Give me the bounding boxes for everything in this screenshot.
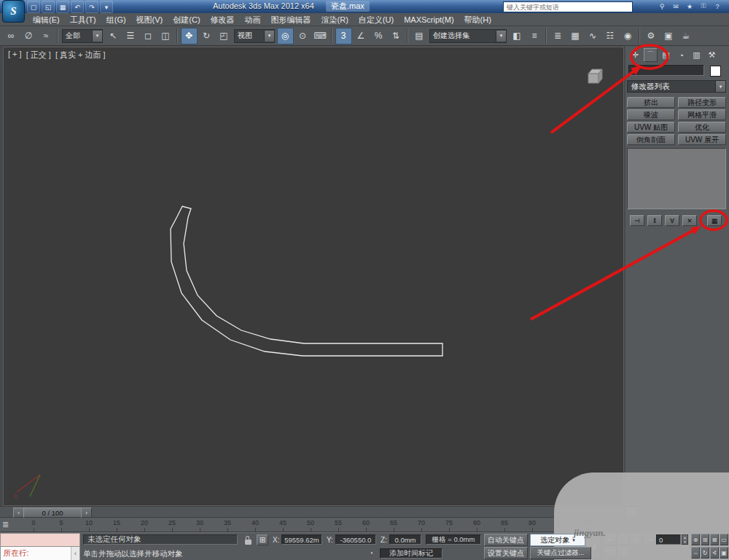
redo-icon[interactable]: ↷ — [85, 1, 98, 13]
menu-item-4[interactable]: 创建(C) — [168, 13, 205, 26]
search-input[interactable] — [503, 1, 633, 12]
maxscript-listener-row[interactable]: 所在行: ‹ — [0, 547, 80, 560]
menu-item-5[interactable]: 修改器 — [206, 13, 240, 26]
open-file-icon[interactable]: ◱ — [42, 1, 55, 13]
sign-in-icon[interactable]: ⚿ — [698, 1, 709, 12]
menu-item-1[interactable]: 工具(T) — [65, 13, 101, 26]
modifier-stack-list[interactable] — [627, 148, 726, 209]
pin-stack-button[interactable]: ⊣ — [630, 215, 644, 226]
render-setup-icon[interactable]: ⚙ — [643, 28, 660, 44]
menu-item-2[interactable]: 组(G) — [101, 13, 131, 26]
modifier-preset-button[interactable]: 噪波 — [627, 109, 675, 120]
current-frame-field[interactable]: 0 — [656, 534, 681, 545]
curve-editor-icon[interactable]: ∿ — [585, 28, 601, 44]
zoom-region-icon[interactable]: ▭ — [720, 534, 728, 545]
keyboard-shortcut-override-icon[interactable]: ⌨ — [312, 28, 329, 44]
schematic-view-icon[interactable]: ☷ — [602, 28, 619, 44]
zoom-all-icon[interactable]: ⊞ — [701, 534, 709, 545]
menu-item-3[interactable]: 视图(V) — [131, 13, 168, 26]
undo-icon[interactable]: ↶ — [71, 1, 84, 13]
select-object-icon[interactable]: ↖ — [105, 28, 122, 44]
motion-tab-icon[interactable]: ◔ — [674, 48, 688, 62]
zoom-extents-icon[interactable]: ⊠ — [710, 534, 719, 545]
chevron-left-icon[interactable]: ‹ — [71, 547, 79, 560]
select-and-manipulate-icon[interactable]: ⊙ — [295, 28, 311, 44]
use-pivot-center-icon[interactable]: ◎ — [277, 28, 294, 44]
create-tab-icon[interactable]: ✛ — [628, 48, 642, 62]
maximize-viewport-toggle-icon[interactable]: ▣ — [720, 547, 728, 559]
viewport-pov-menu[interactable]: [ 正交 ] — [26, 50, 51, 61]
percent-snap-icon[interactable]: % — [370, 28, 387, 44]
show-end-result-button[interactable]: ‖ — [647, 215, 662, 226]
named-selection-dropdown[interactable]: 创建选择集▾ — [429, 29, 507, 43]
modify-tab-icon[interactable]: ⌒ — [644, 48, 658, 62]
modifier-preset-button[interactable]: 优化 — [678, 122, 726, 133]
menu-item-9[interactable]: 自定义(U) — [354, 13, 399, 26]
configure-modifier-sets-button[interactable]: ▦ — [707, 215, 722, 226]
viewport-general-menu[interactable]: [ + ] — [8, 50, 22, 61]
key-filters-button[interactable]: 关键点过滤器... — [530, 547, 591, 559]
modifier-preset-button[interactable]: 网格平滑 — [678, 109, 726, 120]
modifier-list-dropdown[interactable]: 修改器列表 ▾ — [627, 80, 726, 93]
display-tab-icon[interactable]: ▥ — [690, 48, 703, 62]
unlink-selection-icon[interactable]: ∅ — [20, 28, 37, 44]
selection-lock-icon[interactable] — [245, 540, 252, 545]
window-crossing-icon[interactable]: ◫ — [157, 28, 174, 44]
viewport[interactable]: [ + ] [ 正交 ] [ 真实 + 边面 ] x — [3, 47, 624, 506]
material-editor-icon[interactable]: ◉ — [620, 28, 636, 44]
menu-item-11[interactable]: 帮助(H) — [459, 13, 496, 26]
x-coordinate-field[interactable]: 59559.62m — [281, 534, 322, 545]
orbit-icon[interactable]: ↻ — [701, 547, 709, 559]
plate-profile-spline[interactable] — [171, 206, 443, 356]
menu-item-10[interactable]: MAXScript(M) — [399, 13, 459, 26]
rendered-frame-icon[interactable]: ▣ — [660, 28, 677, 44]
modifier-preset-button[interactable]: 倒角剖面 — [627, 134, 675, 145]
add-time-tag[interactable]: 添加时间标记 — [380, 548, 443, 559]
select-by-name-icon[interactable]: ☰ — [122, 28, 139, 44]
time-slider-next-button[interactable]: › — [81, 508, 92, 518]
communication-center-icon[interactable]: ✉ — [670, 1, 682, 12]
chevron-down-icon[interactable]: ▾ — [496, 31, 506, 42]
menu-item-6[interactable]: 动画 — [240, 13, 266, 26]
align-icon[interactable]: ≡ — [526, 28, 543, 44]
viewcube-home-icon[interactable] — [582, 66, 607, 88]
time-slider-handle[interactable]: 0 / 100 — [23, 508, 82, 518]
select-and-rotate-icon[interactable]: ↻ — [198, 28, 215, 44]
pan-icon[interactable]: ⇔ — [691, 547, 700, 559]
render-production-icon[interactable]: ☕ — [678, 28, 695, 44]
time-slider-prev-button[interactable]: ‹ — [13, 508, 24, 518]
save-file-icon[interactable]: ▦ — [56, 1, 69, 13]
field-of-view-icon[interactable]: ∢ — [710, 547, 719, 559]
y-coordinate-field[interactable]: -360550.0 — [335, 534, 376, 545]
object-name-field[interactable] — [628, 65, 704, 76]
set-key-button[interactable]: 设置关键点 — [484, 547, 528, 559]
auto-key-button[interactable]: 自动关键点 — [484, 534, 528, 546]
selection-filter-dropdown[interactable]: 全部▾ — [62, 29, 103, 43]
maxscript-mini-listener[interactable] — [0, 533, 80, 547]
zoom-icon[interactable]: ⊕ — [691, 534, 700, 545]
make-unique-button[interactable]: ∀ — [665, 215, 679, 226]
spinner-snap-icon[interactable]: ⇅ — [388, 28, 405, 44]
favorites-icon[interactable]: ★ — [684, 1, 695, 12]
chevron-down-icon[interactable]: ▾ — [92, 31, 102, 42]
workspace-dropdown-icon[interactable]: ▾ — [100, 1, 113, 13]
mirror-icon[interactable]: ◧ — [509, 28, 526, 44]
time-slider[interactable]: ‹ 0 / 100 › › — [0, 506, 639, 518]
menu-item-7[interactable]: 图形编辑器 — [266, 13, 316, 26]
utilities-tab-icon[interactable]: ⚒ — [705, 48, 719, 62]
chevron-down-icon[interactable]: ▾ — [264, 31, 274, 42]
search-icon[interactable]: ⚲ — [656, 1, 668, 12]
new-file-icon[interactable]: ▢ — [27, 1, 40, 13]
object-color-swatch[interactable] — [710, 66, 721, 77]
select-and-link-icon[interactable]: ∞ — [3, 28, 20, 44]
viewport-shading-menu[interactable]: [ 真实 + 边面 ] — [55, 50, 106, 61]
hierarchy-tab-icon[interactable]: ▤ — [659, 48, 673, 62]
bind-to-space-warp-icon[interactable]: ≈ — [38, 28, 55, 44]
select-and-move-icon[interactable]: ✥ — [181, 28, 198, 44]
z-coordinate-field[interactable]: 0.0mm — [389, 534, 421, 545]
menu-item-0[interactable]: 编辑(E) — [28, 13, 65, 26]
absolute-mode-icon[interactable]: ⊞ — [257, 534, 268, 545]
select-and-scale-icon[interactable]: ◰ — [216, 28, 233, 44]
menu-item-8[interactable]: 渲染(R) — [316, 13, 354, 26]
track-bar[interactable]: ≣ 05101520253035404550556065707580859095… — [0, 518, 639, 532]
